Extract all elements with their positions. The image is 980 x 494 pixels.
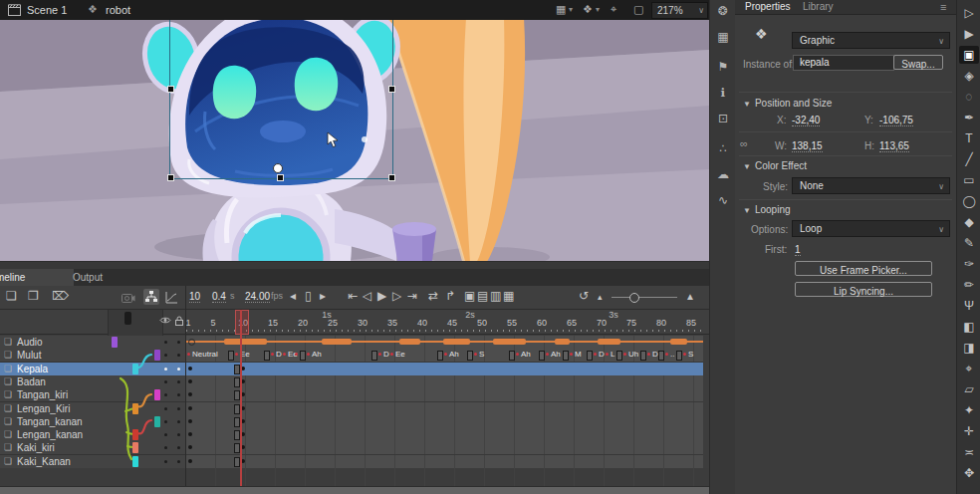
color-effect-section-title[interactable]: ▼Color Effect [743, 160, 807, 171]
eraser-tool[interactable]: ▱ [959, 380, 979, 398]
frames-row-mulut[interactable]: NeutralEeDEeFAhDEeAhSAhAhMDLUhD..S [186, 349, 703, 363]
selection-bounding-box[interactable] [169, 20, 393, 179]
ink-bottle-tool[interactable]: ◨ [959, 339, 979, 357]
frames-row-kepala[interactable] [186, 363, 703, 376]
go-last-frame-icon[interactable]: ⇥ [407, 289, 417, 303]
frames-row-lengan_kanan[interactable] [186, 428, 703, 442]
tab-timeline[interactable]: Timeline [0, 269, 74, 286]
onion-skin-icon[interactable]: ▣ [464, 289, 475, 303]
center-stage-icon[interactable]: ⌖ [611, 3, 616, 16]
frames-row-lengan_kiri[interactable] [186, 402, 703, 416]
asset-warp-tool[interactable]: ✦ [959, 401, 979, 419]
transformation-point[interactable] [273, 163, 283, 173]
show-parenting-view-icon[interactable] [143, 289, 159, 305]
parent-chip-audio[interactable] [112, 337, 118, 348]
stage-zoom-select[interactable]: 217% ∨ [651, 2, 708, 19]
polystar-tool[interactable]: ◆ [959, 213, 979, 231]
align-panel-icon[interactable]: ⚑ [710, 60, 736, 74]
use-frame-picker-button[interactable]: Use Frame Picker... [795, 261, 932, 276]
cc-libraries-icon[interactable]: ☁ [710, 167, 736, 181]
color-panel-icon[interactable]: ❂ [710, 4, 736, 18]
puppet-pin-tool[interactable]: ✛ [959, 422, 979, 440]
loop-range-icon[interactable]: ⇄ [428, 289, 438, 303]
timeline-ruler[interactable]: 1s2s3s1510152025303540455055606570758085 [0, 310, 709, 335]
step-back-icon[interactable]: ◂ [290, 289, 296, 303]
play-icon[interactable]: ▶ [377, 289, 386, 303]
frames-row-badan[interactable] [186, 375, 703, 389]
timeline-zoom-slider[interactable] [612, 297, 677, 298]
parent-chip-kaki_kiri[interactable] [132, 442, 138, 453]
timeline-zoom-in-icon[interactable]: ▲ [685, 291, 695, 302]
edit-symbols-icon[interactable]: ❖ [583, 3, 593, 16]
lip-syncing-button[interactable]: Lip Syncing... [795, 282, 932, 297]
symbol-breadcrumb[interactable]: robot [106, 4, 130, 16]
gradient-transform-tool[interactable]: ◈ [959, 67, 979, 85]
hand-tool[interactable]: ✥ [959, 464, 979, 482]
parent-chip-kepala[interactable] [132, 364, 138, 374]
link-dimensions-icon[interactable]: ∞ [740, 137, 748, 149]
render-preview-icon[interactable]: ↱ [445, 289, 455, 303]
clip-content-icon[interactable]: ▢ [633, 3, 643, 16]
reset-timeline-zoom-icon[interactable]: ↺ [579, 289, 589, 303]
frames-row-tangan_kanan[interactable] [186, 415, 703, 429]
selection-handle-bottom-right[interactable] [388, 174, 395, 181]
eyedropper-tool[interactable]: ⌖ [959, 360, 979, 377]
position-size-section-title[interactable]: ▼Position and Size [743, 98, 832, 109]
modify-markers-icon[interactable]: ▦ [503, 289, 514, 303]
pen-tool[interactable]: ✒ [959, 109, 979, 126]
tab-library[interactable]: Library [799, 0, 838, 14]
line-tool[interactable]: ╱ [959, 150, 979, 168]
stage-canvas[interactable] [0, 20, 709, 261]
frames-row-tangan_kiri[interactable] [186, 388, 703, 402]
elapsed-time-value[interactable]: 0.4 [212, 291, 226, 303]
instance-name-field[interactable]: kepala [793, 55, 894, 71]
parent-chip-kaki_kanan[interactable] [132, 456, 138, 467]
playhead-marker[interactable] [235, 310, 249, 335]
w-value[interactable]: 138,15 [792, 140, 823, 152]
tab-properties[interactable]: Properties [741, 0, 795, 14]
current-frame-counter[interactable]: 10 [189, 291, 200, 303]
looping-section-title[interactable]: ▼Looping [743, 204, 791, 215]
delete-layer-icon[interactable]: ⌦ [52, 289, 69, 303]
edit-symbols-chevron-icon[interactable]: ▾ [596, 5, 600, 14]
oval-tool[interactable]: ◯ [959, 192, 979, 210]
scene-breadcrumb[interactable]: Scene 1 [27, 4, 67, 16]
parent-chip-lengan_kanan[interactable] [132, 429, 138, 440]
center-frame-icon[interactable]: ▯ [305, 289, 312, 303]
tab-output[interactable]: Output [64, 269, 112, 286]
loop-options-dropdown[interactable]: Loop∨ [792, 220, 950, 237]
fluid-brush-tool[interactable]: ✏ [959, 276, 979, 294]
swap-button[interactable]: Swap... [893, 55, 943, 70]
bone-tool[interactable]: Ψ [959, 297, 979, 315]
onion-outlines-icon[interactable]: ▤ [477, 289, 488, 303]
first-frame-value[interactable]: 1 [795, 244, 801, 256]
frames-row-kaki_kiri[interactable] [186, 441, 703, 455]
edit-multiple-frames-icon[interactable]: ▥ [490, 289, 501, 303]
timeline-zoom-knob[interactable] [629, 293, 639, 303]
step-forward-icon[interactable]: ▸ [320, 289, 326, 303]
go-first-frame-icon[interactable]: ⇤ [348, 289, 358, 303]
fps-value[interactable]: 24.00 [245, 291, 270, 303]
selection-tool[interactable]: ▷ [959, 4, 979, 22]
playhead-line[interactable] [240, 310, 242, 486]
transform-panel-icon[interactable]: ⊡ [710, 112, 736, 125]
free-transform-tool[interactable]: ▣ [959, 46, 979, 64]
selection-handle-bottom-center[interactable] [277, 174, 284, 181]
parent-chip-tangan_kiri[interactable] [154, 389, 160, 400]
frames-row-kaki_kanan[interactable] [186, 455, 703, 469]
parent-chip-lengan_kiri[interactable] [132, 403, 138, 414]
motion-editor-icon[interactable]: ∿ [710, 193, 736, 207]
pencil-tool[interactable]: ✎ [959, 234, 979, 252]
graph-editor-icon[interactable] [165, 291, 178, 304]
lasso-tool[interactable]: ◌ [959, 88, 979, 106]
edit-scene-icon[interactable]: ▦ [556, 3, 566, 16]
paint-bucket-tool[interactable]: ◧ [959, 318, 979, 336]
swatches-panel-icon[interactable]: ▦ [710, 30, 736, 44]
selection-handle-mid-right[interactable] [388, 86, 395, 93]
width-tool[interactable]: ≍ [959, 443, 979, 461]
new-folder-icon[interactable]: ❐ [28, 289, 39, 303]
symbol-type-dropdown[interactable]: Graphic∨ [792, 32, 950, 49]
parent-chip-tangan_kanan[interactable] [154, 416, 160, 427]
show-hide-all-icon[interactable] [159, 316, 171, 325]
x-value[interactable]: -32,40 [792, 115, 820, 126]
